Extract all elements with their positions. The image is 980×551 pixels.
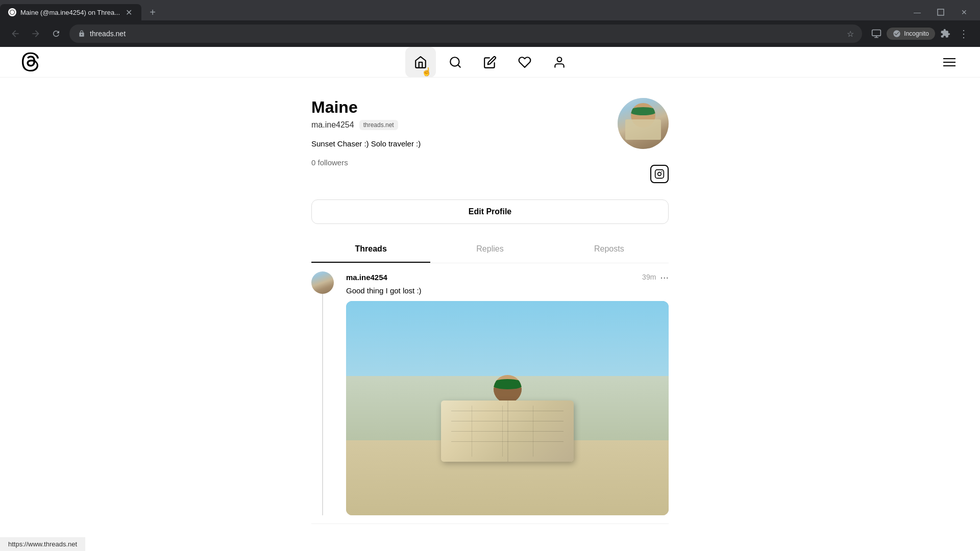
menu-hamburger-button[interactable] (943, 54, 960, 70)
profile-name: Maine (311, 98, 618, 117)
status-bar-url: https://www.threads.net (8, 540, 77, 548)
svg-point-4 (557, 57, 562, 62)
profile-tabs: Threads Replies Reposts (311, 236, 669, 263)
profile-avatar-image (618, 98, 669, 149)
threads-logo[interactable] (20, 51, 41, 73)
bookmark-icon[interactable]: ☆ (847, 29, 854, 39)
url-text: threads.net (90, 30, 843, 38)
profile-info: Maine ma.ine4254 threads.net Sunset Chas… (311, 98, 618, 167)
browser-chrome: Maine (@ma.ine4254) on Threa... ✕ + — ✕ (0, 0, 980, 47)
profile-bio: Sunset Chaser :) Solo traveler :) (311, 138, 618, 150)
tab-threads[interactable]: Threads (311, 236, 430, 263)
tab-favicon (8, 8, 16, 16)
hamburger-line-1 (943, 58, 955, 59)
svg-rect-5 (655, 169, 664, 178)
post-left-column (311, 271, 334, 515)
nav-activity[interactable] (509, 47, 540, 78)
svg-rect-0 (938, 9, 944, 15)
url-bar[interactable]: threads.net ☆ (69, 24, 862, 43)
nav-profile[interactable] (544, 47, 575, 78)
tab-replies[interactable]: Replies (430, 236, 549, 263)
tab-bar: Maine (@ma.ine4254) on Threa... ✕ + — ✕ (0, 0, 980, 20)
window-controls: — ✕ (905, 4, 980, 20)
active-tab[interactable]: Maine (@ma.ine4254) on Threa... ✕ (0, 4, 141, 20)
hamburger-line-2 (943, 62, 955, 63)
back-button[interactable] (8, 27, 22, 41)
menu-button[interactable]: ⋮ (955, 26, 972, 42)
forward-button[interactable] (29, 27, 43, 41)
toolbar-icons: Incognito ⋮ (868, 26, 972, 42)
svg-rect-1 (872, 30, 881, 36)
new-tab-button[interactable]: + (145, 5, 160, 19)
minimize-button[interactable]: — (905, 4, 929, 20)
top-nav: ☝ (0, 47, 980, 78)
svg-line-3 (458, 65, 460, 67)
page-content: ☝ (0, 47, 980, 551)
nav-items: ☝ (405, 47, 575, 78)
svg-point-6 (658, 172, 662, 176)
incognito-badge: Incognito (887, 28, 935, 40)
post-meta: 39m ··· (642, 271, 669, 283)
instagram-link-icon[interactable] (650, 165, 669, 183)
post-avatar[interactable] (311, 271, 334, 294)
hamburger-line-3 (943, 65, 955, 66)
nav-home[interactable]: ☝ (405, 47, 436, 78)
profile-badge[interactable]: threads.net (359, 120, 398, 130)
status-bar: https://www.threads.net (0, 537, 85, 551)
maximize-button[interactable] (929, 4, 952, 20)
svg-point-7 (662, 171, 663, 172)
post-header: ma.ine4254 39m ··· (346, 271, 669, 283)
profile-container: Maine ma.ine4254 threads.net Sunset Chas… (311, 78, 669, 524)
nav-right (943, 54, 960, 70)
profile-avatar (618, 98, 669, 149)
close-button[interactable]: ✕ (952, 4, 976, 20)
post-content: ma.ine4254 39m ··· Good thing I got lost… (346, 271, 669, 515)
tab-title: Maine (@ma.ine4254) on Threa... (20, 9, 120, 16)
reload-button[interactable] (49, 27, 63, 41)
address-bar: threads.net ☆ Incognito ⋮ (0, 20, 980, 47)
tab-reposts[interactable]: Reposts (550, 236, 669, 263)
post-more-button[interactable]: ··· (660, 271, 669, 283)
lock-icon (78, 30, 86, 38)
profile-icon[interactable] (868, 26, 885, 42)
post-item: ma.ine4254 39m ··· Good thing I got lost… (311, 263, 669, 524)
profile-handle: ma.ine4254 (311, 120, 354, 130)
thread-line (322, 294, 323, 515)
post-username[interactable]: ma.ine4254 (346, 273, 387, 282)
profile-followers[interactable]: 0 followers (311, 158, 618, 167)
post-text: Good thing I got lost :) (346, 285, 669, 296)
post-image-inner (346, 301, 669, 515)
edit-profile-button[interactable]: Edit Profile (311, 199, 669, 224)
tab-close-button[interactable]: ✕ (124, 8, 133, 17)
incognito-label: Incognito (904, 30, 929, 37)
nav-compose[interactable] (475, 47, 505, 78)
profile-handle-row: ma.ine4254 threads.net (311, 120, 618, 130)
post-image (346, 301, 669, 515)
nav-search[interactable] (440, 47, 471, 78)
extensions-icon[interactable] (937, 26, 953, 42)
profile-header: Maine ma.ine4254 threads.net Sunset Chas… (311, 98, 669, 167)
post-time: 39m (642, 273, 656, 281)
